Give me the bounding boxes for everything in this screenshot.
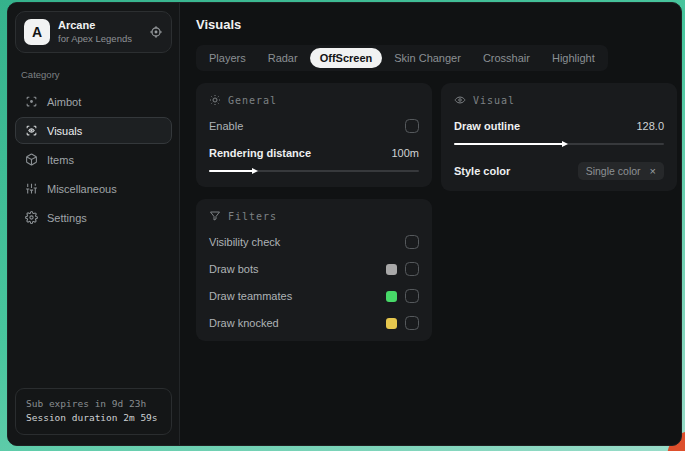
style-color-row: Style color Single color × xyxy=(454,162,664,180)
enable-label: Enable xyxy=(209,120,243,132)
sidebar-item-aimbot[interactable]: Aimbot xyxy=(15,88,172,115)
sidebar-item-label: Items xyxy=(47,154,74,166)
filters-panel: Filters Visibility check Draw bots xyxy=(196,199,432,341)
enable-row: Enable xyxy=(209,119,419,133)
sun-icon xyxy=(209,94,221,106)
draw-teammates-checkbox[interactable] xyxy=(405,289,419,303)
subscription-info: Sub expires in 9d 23h Session duration 2… xyxy=(15,388,172,435)
draw-outline-row: Draw outline 128.0 xyxy=(454,119,664,133)
draw-knocked-label: Draw knocked xyxy=(209,317,279,329)
rendering-distance-row: Rendering distance 100m xyxy=(209,146,419,160)
visual-panel-title: Visual xyxy=(473,95,515,106)
sidebar-item-label: Aimbot xyxy=(47,96,81,108)
session-duration-text: Session duration 2m 59s xyxy=(26,411,161,426)
target-icon[interactable] xyxy=(149,25,163,39)
general-panel-header: General xyxy=(209,94,419,106)
tab-offscreen[interactable]: OffScreen xyxy=(310,48,383,68)
visual-panel: Visual Draw outline 128.0 Style color Si… xyxy=(441,83,677,191)
tab-crosshair[interactable]: Crosshair xyxy=(473,48,540,68)
tab-players[interactable]: Players xyxy=(199,48,256,68)
rendering-distance-label: Rendering distance xyxy=(209,147,311,159)
right-column: Visual Draw outline 128.0 Style color Si… xyxy=(441,83,677,191)
draw-knocked-color-swatch[interactable] xyxy=(386,318,397,329)
close-icon[interactable]: × xyxy=(650,166,656,177)
visibility-check-label: Visibility check xyxy=(209,236,280,248)
package-icon xyxy=(25,153,38,166)
tab-radar[interactable]: Radar xyxy=(258,48,308,68)
sliders-icon xyxy=(25,182,38,195)
sub-expires-text: Sub expires in 9d 23h xyxy=(26,397,161,412)
visibility-check-row: Visibility check xyxy=(209,235,419,249)
brand-text: Arcane for Apex Legends xyxy=(58,19,141,45)
style-color-select[interactable]: Single color × xyxy=(578,162,664,180)
brand-name: Arcane xyxy=(58,19,141,33)
sidebar-item-label: Miscellaneous xyxy=(47,183,117,195)
rendering-distance-value: 100m xyxy=(391,147,419,159)
slider-fill[interactable] xyxy=(209,170,253,172)
brand-card: A Arcane for Apex Legends xyxy=(15,11,172,53)
sidebar: A Arcane for Apex Legends Category xyxy=(8,3,180,445)
main-content: Visuals Players Radar OffScreen Skin Cha… xyxy=(180,3,682,445)
sidebar-nav: Aimbot Visuals Items xyxy=(15,88,172,231)
draw-outline-value: 128.0 xyxy=(636,120,664,132)
left-column: General Enable Rendering distance 100m xyxy=(196,83,432,341)
draw-knocked-row: Draw knocked xyxy=(209,316,419,330)
draw-outline-slider[interactable] xyxy=(454,139,664,149)
sidebar-item-visuals[interactable]: Visuals xyxy=(15,117,172,144)
eye-scan-icon xyxy=(25,124,38,137)
draw-teammates-color-swatch[interactable] xyxy=(386,291,397,302)
filters-panel-title: Filters xyxy=(228,211,277,222)
brand-logo: A xyxy=(24,19,50,45)
draw-bots-checkbox[interactable] xyxy=(405,262,419,276)
draw-outline-label: Draw outline xyxy=(454,120,520,132)
draw-bots-row: Draw bots xyxy=(209,262,419,276)
eye-icon xyxy=(454,94,466,106)
draw-bots-label: Draw bots xyxy=(209,263,259,275)
style-color-label: Style color xyxy=(454,165,510,177)
visibility-check-checkbox[interactable] xyxy=(405,235,419,249)
funnel-icon xyxy=(209,210,221,222)
panels-area: General Enable Rendering distance 100m xyxy=(196,83,677,341)
general-panel-title: General xyxy=(228,95,277,106)
slider-fill[interactable] xyxy=(454,143,563,145)
category-label: Category xyxy=(21,69,166,80)
crosshair-icon xyxy=(25,95,38,108)
sidebar-item-label: Visuals xyxy=(47,125,82,137)
draw-teammates-row: Draw teammates xyxy=(209,289,419,303)
general-panel: General Enable Rendering distance 100m xyxy=(196,83,432,187)
sidebar-item-settings[interactable]: Settings xyxy=(15,204,172,231)
tab-skin-changer[interactable]: Skin Changer xyxy=(384,48,471,68)
app-window: A Arcane for Apex Legends Category xyxy=(7,2,682,446)
sidebar-item-items[interactable]: Items xyxy=(15,146,172,173)
brand-subtitle: for Apex Legends xyxy=(58,33,141,45)
style-color-selected-value: Single color xyxy=(586,165,641,177)
sidebar-item-label: Settings xyxy=(47,212,87,224)
page-title: Visuals xyxy=(196,17,677,32)
sidebar-item-miscellaneous[interactable]: Miscellaneous xyxy=(15,175,172,202)
tab-highlight[interactable]: Highlight xyxy=(542,48,605,68)
filters-panel-header: Filters xyxy=(209,210,419,222)
draw-bots-color-swatch[interactable] xyxy=(386,264,397,275)
draw-teammates-label: Draw teammates xyxy=(209,290,292,302)
gear-icon xyxy=(25,211,38,224)
rendering-distance-slider[interactable] xyxy=(209,166,419,176)
enable-checkbox[interactable] xyxy=(405,119,419,133)
draw-knocked-checkbox[interactable] xyxy=(405,316,419,330)
visuals-tabbar: Players Radar OffScreen Skin Changer Cro… xyxy=(196,45,608,71)
visual-panel-header: Visual xyxy=(454,94,664,106)
